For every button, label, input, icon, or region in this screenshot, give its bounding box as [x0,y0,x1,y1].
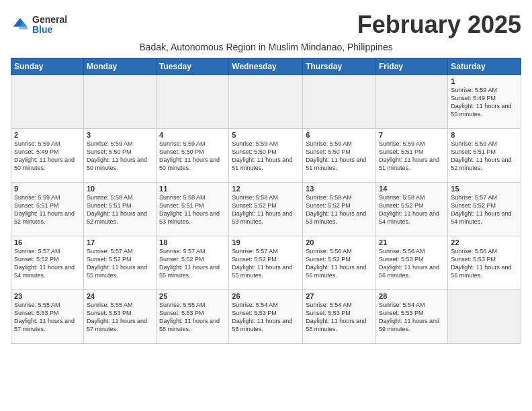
calendar-cell: 27Sunrise: 5:54 AM Sunset: 5:53 PM Dayli… [303,290,376,344]
day-number: 19 [232,238,300,246]
day-info: Sunrise: 5:54 AM Sunset: 5:53 PM Dayligh… [379,301,445,334]
day-info: Sunrise: 5:54 AM Sunset: 5:53 PM Dayligh… [232,301,300,334]
calendar-cell: 22Sunrise: 5:56 AM Sunset: 5:53 PM Dayli… [448,236,521,290]
header-saturday: Saturday [448,58,521,75]
calendar-cell: 25Sunrise: 5:55 AM Sunset: 5:53 PM Dayli… [157,290,229,344]
day-info: Sunrise: 5:55 AM Sunset: 5:53 PM Dayligh… [159,301,226,334]
calendar-week-4: 16Sunrise: 5:57 AM Sunset: 5:52 PM Dayli… [11,236,521,290]
calendar-table: SundayMondayTuesdayWednesdayThursdayFrid… [11,58,521,344]
day-number: 12 [232,185,300,193]
day-info: Sunrise: 5:55 AM Sunset: 5:53 PM Dayligh… [14,301,81,334]
header-tuesday: Tuesday [157,58,229,75]
header-monday: Monday [83,58,156,75]
header-friday: Friday [376,58,448,75]
day-number: 3 [87,131,153,139]
day-info: Sunrise: 5:59 AM Sunset: 5:49 PM Dayligh… [451,86,518,119]
day-info: Sunrise: 5:57 AM Sunset: 5:52 PM Dayligh… [451,193,518,226]
day-number: 26 [232,292,300,300]
day-info: Sunrise: 5:58 AM Sunset: 5:51 PM Dayligh… [159,193,226,226]
day-info: Sunrise: 5:58 AM Sunset: 5:51 PM Dayligh… [87,193,153,226]
day-info: Sunrise: 5:59 AM Sunset: 5:51 PM Dayligh… [14,193,81,226]
day-number: 6 [306,131,373,139]
calendar-cell: 24Sunrise: 5:55 AM Sunset: 5:53 PM Dayli… [83,290,156,344]
calendar-cell: 1Sunrise: 5:59 AM Sunset: 5:49 PM Daylig… [448,75,521,129]
calendar-cell [83,75,156,129]
calendar-cell: 21Sunrise: 5:56 AM Sunset: 5:53 PM Dayli… [376,236,448,290]
day-number: 10 [87,185,153,193]
day-number: 28 [379,292,445,300]
day-info: Sunrise: 5:59 AM Sunset: 5:50 PM Dayligh… [87,140,153,173]
calendar-cell [448,290,521,344]
calendar-cell: 17Sunrise: 5:57 AM Sunset: 5:52 PM Dayli… [83,236,156,290]
month-title: February 2025 [357,11,521,39]
day-info: Sunrise: 5:59 AM Sunset: 5:50 PM Dayligh… [159,140,226,173]
calendar-cell: 10Sunrise: 5:58 AM Sunset: 5:51 PM Dayli… [83,183,156,236]
calendar-cell [229,75,303,129]
day-info: Sunrise: 5:56 AM Sunset: 5:52 PM Dayligh… [306,247,373,280]
calendar-cell: 11Sunrise: 5:58 AM Sunset: 5:51 PM Dayli… [157,183,229,236]
day-info: Sunrise: 5:57 AM Sunset: 5:52 PM Dayligh… [232,247,300,280]
calendar-cell: 12Sunrise: 5:58 AM Sunset: 5:52 PM Dayli… [229,183,303,236]
day-info: Sunrise: 5:58 AM Sunset: 5:52 PM Dayligh… [379,193,445,226]
day-number: 13 [306,185,373,193]
day-info: Sunrise: 5:59 AM Sunset: 5:51 PM Dayligh… [451,140,518,173]
calendar-cell: 13Sunrise: 5:58 AM Sunset: 5:52 PM Dayli… [303,183,376,236]
calendar-cell: 9Sunrise: 5:59 AM Sunset: 5:51 PM Daylig… [11,183,84,236]
day-info: Sunrise: 5:59 AM Sunset: 5:50 PM Dayligh… [306,140,373,173]
day-number: 1 [451,77,518,85]
day-number: 7 [379,131,445,139]
day-info: Sunrise: 5:57 AM Sunset: 5:52 PM Dayligh… [87,247,153,280]
day-number: 24 [87,292,153,300]
day-number: 9 [14,185,81,193]
calendar-cell: 2Sunrise: 5:59 AM Sunset: 5:49 PM Daylig… [11,129,84,183]
day-number: 15 [451,185,518,193]
calendar-cell: 26Sunrise: 5:54 AM Sunset: 5:53 PM Dayli… [229,290,303,344]
calendar-cell: 7Sunrise: 5:59 AM Sunset: 5:51 PM Daylig… [376,129,448,183]
day-info: Sunrise: 5:57 AM Sunset: 5:52 PM Dayligh… [159,247,226,280]
calendar-cell [157,75,229,129]
calendar-week-2: 2Sunrise: 5:59 AM Sunset: 5:49 PM Daylig… [11,129,521,183]
calendar-cell: 16Sunrise: 5:57 AM Sunset: 5:52 PM Dayli… [11,236,84,290]
calendar-cell: 8Sunrise: 5:59 AM Sunset: 5:51 PM Daylig… [448,129,521,183]
calendar-cell: 6Sunrise: 5:59 AM Sunset: 5:50 PM Daylig… [303,129,376,183]
day-number: 18 [159,238,226,246]
day-info: Sunrise: 5:54 AM Sunset: 5:53 PM Dayligh… [306,301,373,334]
calendar-cell: 14Sunrise: 5:58 AM Sunset: 5:52 PM Dayli… [376,183,448,236]
calendar-week-5: 23Sunrise: 5:55 AM Sunset: 5:53 PM Dayli… [11,290,521,344]
logo-icon [11,15,30,34]
header-thursday: Thursday [303,58,376,75]
day-number: 25 [159,292,226,300]
day-info: Sunrise: 5:55 AM Sunset: 5:53 PM Dayligh… [87,301,153,334]
day-number: 5 [232,131,300,139]
calendar-cell [303,75,376,129]
calendar-cell: 18Sunrise: 5:57 AM Sunset: 5:52 PM Dayli… [157,236,229,290]
day-info: Sunrise: 5:58 AM Sunset: 5:52 PM Dayligh… [232,193,300,226]
day-info: Sunrise: 5:59 AM Sunset: 5:49 PM Dayligh… [14,140,81,173]
day-number: 21 [379,238,445,246]
day-number: 27 [306,292,373,300]
day-number: 23 [14,292,81,300]
calendar-cell: 15Sunrise: 5:57 AM Sunset: 5:52 PM Dayli… [448,183,521,236]
day-number: 14 [379,185,445,193]
day-number: 22 [451,238,518,246]
day-info: Sunrise: 5:56 AM Sunset: 5:53 PM Dayligh… [451,247,518,280]
calendar-header-row: SundayMondayTuesdayWednesdayThursdayFrid… [11,58,521,75]
day-number: 17 [87,238,153,246]
day-info: Sunrise: 5:58 AM Sunset: 5:52 PM Dayligh… [306,193,373,226]
calendar-cell: 28Sunrise: 5:54 AM Sunset: 5:53 PM Dayli… [376,290,448,344]
calendar-week-3: 9Sunrise: 5:59 AM Sunset: 5:51 PM Daylig… [11,183,521,236]
day-number: 11 [159,185,226,193]
day-info: Sunrise: 5:59 AM Sunset: 5:51 PM Dayligh… [379,140,445,173]
logo-general-text: General [32,15,67,25]
header-sunday: Sunday [11,58,84,75]
calendar-week-1: 1Sunrise: 5:59 AM Sunset: 5:49 PM Daylig… [11,75,521,129]
calendar-cell [376,75,448,129]
header: General Blue February 2025 [11,11,521,39]
calendar-cell: 4Sunrise: 5:59 AM Sunset: 5:50 PM Daylig… [157,129,229,183]
day-number: 2 [14,131,81,139]
day-number: 4 [159,131,226,139]
calendar-cell: 5Sunrise: 5:59 AM Sunset: 5:50 PM Daylig… [229,129,303,183]
header-wednesday: Wednesday [229,58,303,75]
day-number: 20 [306,238,373,246]
calendar-cell: 3Sunrise: 5:59 AM Sunset: 5:50 PM Daylig… [83,129,156,183]
